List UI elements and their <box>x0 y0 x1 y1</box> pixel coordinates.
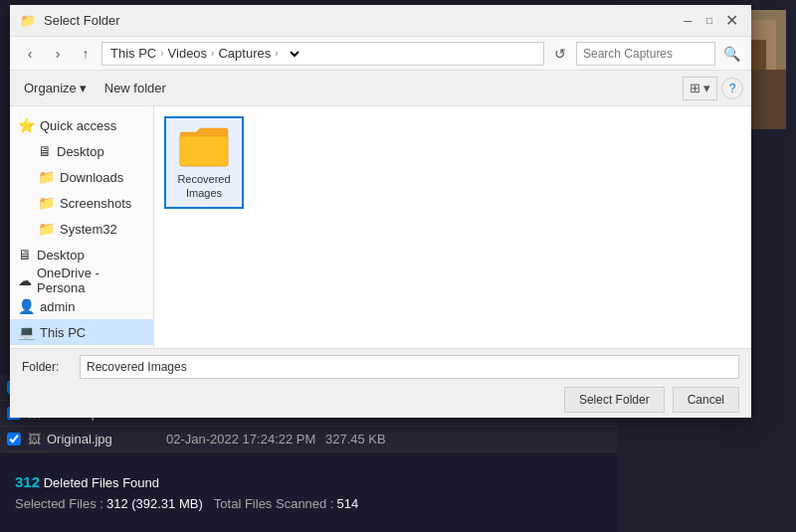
folder-label: Folder: <box>22 360 72 374</box>
sidebar-item-label: This PC <box>40 325 86 340</box>
window-controls: ─ □ ✕ <box>678 11 741 31</box>
user-icon: 👤 <box>18 298 35 314</box>
breadcrumb-dropdown[interactable] <box>283 46 302 62</box>
breadcrumb-part: Videos <box>168 46 208 61</box>
maximize-button[interactable]: □ <box>699 11 719 31</box>
file-date: 02-Jan-2022 17:24:22 PM <box>166 432 325 446</box>
sidebar: ⭐ Quick access 🖥 Desktop 📁 Downloads 📁 S… <box>10 106 154 348</box>
help-button[interactable]: ? <box>721 78 743 99</box>
organize-label: Organize <box>24 81 77 95</box>
breadcrumb-separator: › <box>160 48 163 59</box>
new-folder-button[interactable]: New folder <box>99 77 172 100</box>
scanned-label: Total Files Scanned : <box>214 496 334 511</box>
file-name: Original.jpg <box>47 432 166 446</box>
selected-value: 312 (392.31 MB) <box>106 496 203 511</box>
star-icon: ⭐ <box>18 117 35 133</box>
forward-button[interactable]: › <box>46 42 70 66</box>
desktop-icon: 🖥 <box>38 143 52 159</box>
folder-graphic <box>178 124 230 168</box>
view-button[interactable]: ⊞ ▾ <box>683 77 717 100</box>
sidebar-item-label: Quick access <box>40 118 116 133</box>
select-folder-dialog: 📁 Select Folder ─ □ ✕ ‹ › ↑ This PC › Vi… <box>10 5 751 418</box>
folder-item-recovered-images[interactable]: RecoveredImages <box>164 116 244 209</box>
new-folder-label: New folder <box>104 81 166 95</box>
folder-input[interactable] <box>80 355 739 379</box>
folder-icon: 📁 <box>38 169 55 185</box>
breadcrumb-part: Captures <box>218 46 271 61</box>
computer-icon: 💻 <box>18 324 35 340</box>
sidebar-item-label: Desktop <box>57 144 104 159</box>
cloud-icon: ☁ <box>18 272 32 288</box>
file-size: 327.45 KB <box>325 432 405 446</box>
deleted-label: Deleted Files Found <box>44 475 159 490</box>
cancel-button[interactable]: Cancel <box>673 387 739 413</box>
sidebar-item-quick-access[interactable]: ⭐ Quick access <box>10 112 153 138</box>
search-button[interactable]: 🔍 <box>719 42 743 66</box>
file-icon: 🖼 <box>28 432 41 446</box>
organize-button[interactable]: Organize ▾ <box>18 77 93 100</box>
folder-name-row: Folder: <box>22 355 739 379</box>
breadcrumb-separator: › <box>211 48 214 59</box>
folder-icon: 📁 <box>38 221 55 237</box>
folder-icon: 📁 <box>20 13 36 28</box>
organize-bar: Organize ▾ New folder ⊞ ▾ ? <box>10 71 751 106</box>
sidebar-item-label: Downloads <box>60 170 123 185</box>
dialog-title-area: 📁 Select Folder <box>20 13 120 28</box>
sidebar-item-label: Desktop <box>37 248 85 263</box>
breadcrumb[interactable]: This PC › Videos › Captures › <box>101 42 544 66</box>
sidebar-item-system32[interactable]: 📁 System32 <box>10 216 153 242</box>
desktop-icon: 🖥 <box>18 247 32 263</box>
refresh-button[interactable]: ↺ <box>548 42 572 66</box>
sidebar-item-label: OneDrive - Persona <box>37 266 145 295</box>
sidebar-item-screenshots[interactable]: 📁 Screenshots <box>10 190 153 216</box>
navigation-toolbar: ‹ › ↑ This PC › Videos › Captures › ↺ 🔍 <box>10 37 751 71</box>
select-folder-button[interactable]: Select Folder <box>564 387 665 413</box>
folder-label: RecoveredImages <box>177 172 230 201</box>
chevron-down-icon: ▾ <box>703 81 710 95</box>
dialog-footer: Folder: Select Folder Cancel <box>10 348 751 418</box>
selected-label: Selected Files : <box>15 496 103 511</box>
sidebar-item-onedrive[interactable]: ☁ OneDrive - Persona <box>10 267 153 293</box>
sidebar-item-downloads[interactable]: 📁 Downloads <box>10 164 153 190</box>
sidebar-item-label: System32 <box>60 222 117 237</box>
dialog-title: Select Folder <box>44 13 120 28</box>
main-content-area: RecoveredImages <box>154 106 751 348</box>
row-checkbox[interactable] <box>5 433 23 445</box>
deleted-count: 312 <box>15 473 40 490</box>
breadcrumb-part: This PC <box>110 46 156 61</box>
table-row[interactable]: 🖼 Original.jpg 02-Jan-2022 17:24:22 PM 3… <box>0 427 617 452</box>
deleted-files-info: 312 Deleted Files Found Selected Files :… <box>15 470 358 515</box>
dialog-body: ⭐ Quick access 🖥 Desktop 📁 Downloads 📁 S… <box>10 106 751 348</box>
scanned-value: 514 <box>337 496 359 511</box>
sidebar-item-desktop[interactable]: 🖥 Desktop <box>10 138 153 164</box>
view-icon: ⊞ <box>690 81 700 95</box>
sidebar-item-thispc[interactable]: 💻 This PC <box>10 319 153 345</box>
sidebar-item-label: admin <box>40 299 75 314</box>
sidebar-item-admin[interactable]: 👤 admin <box>10 293 153 319</box>
close-button[interactable]: ✕ <box>721 11 741 31</box>
footer-buttons: Select Folder Cancel <box>22 387 739 413</box>
back-button[interactable]: ‹ <box>18 42 42 66</box>
folder-icon: 📁 <box>38 195 55 211</box>
breadcrumb-separator: › <box>275 48 278 59</box>
search-input[interactable] <box>576 42 715 66</box>
sidebar-item-desktop2[interactable]: 🖥 Desktop <box>10 242 153 267</box>
up-button[interactable]: ↑ <box>74 42 98 66</box>
bottom-status-bar: 312 Deleted Files Found Selected Files :… <box>0 452 617 532</box>
chevron-down-icon: ▾ <box>80 81 87 95</box>
dialog-titlebar: 📁 Select Folder ─ □ ✕ <box>10 5 751 37</box>
minimize-button[interactable]: ─ <box>678 11 697 31</box>
sidebar-item-label: Screenshots <box>60 196 131 211</box>
